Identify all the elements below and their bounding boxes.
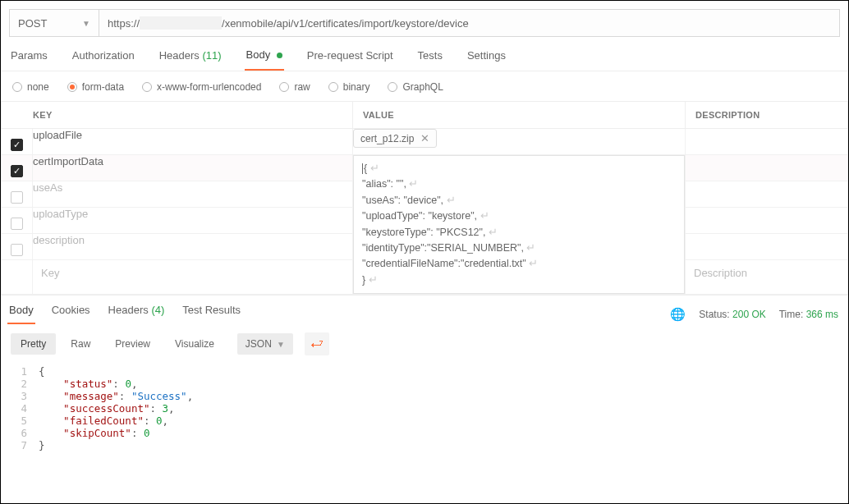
radio-icon xyxy=(12,82,22,92)
resp-tab-headers[interactable]: Headers (4) xyxy=(107,304,167,324)
body-type-binary-label: binary xyxy=(343,81,370,93)
tab-tests[interactable]: Tests xyxy=(416,49,444,70)
format-value: JSON xyxy=(246,338,272,350)
url-suffix: /xenmobile/api/v1/certificates/import/ke… xyxy=(222,17,469,30)
desc-cell[interactable] xyxy=(686,234,848,260)
response-header: Body Cookies Headers (4) Test Results 🌐 … xyxy=(1,295,848,324)
key-cell[interactable]: useAs xyxy=(33,181,353,208)
radio-icon xyxy=(142,82,152,92)
chevron-down-icon: ▼ xyxy=(82,19,90,28)
body-active-dot-icon xyxy=(277,53,282,58)
view-mode-row: Pretty Raw Preview Visualize JSON ▼ ⮐ xyxy=(1,324,848,364)
tab-headers-label: Headers xyxy=(159,49,200,62)
key-cell[interactable]: description xyxy=(33,234,353,260)
json-line: { xyxy=(364,163,367,174)
tab-params[interactable]: Params xyxy=(9,49,49,70)
view-preview[interactable]: Preview xyxy=(105,333,160,355)
row-checkbox[interactable] xyxy=(11,218,23,230)
url-redacted-host xyxy=(140,16,222,30)
row-checkbox[interactable]: ✓ xyxy=(11,139,23,151)
col-desc-header: DESCRIPTION xyxy=(686,102,848,129)
view-visualize[interactable]: Visualize xyxy=(165,333,224,355)
body-type-formdata-label: form-data xyxy=(82,81,124,93)
desc-cell[interactable] xyxy=(686,208,848,234)
row-checkbox[interactable] xyxy=(11,244,23,256)
json-line: "identityType":"SERIAL_NUMBER", xyxy=(362,242,524,254)
chevron-down-icon: ▼ xyxy=(277,340,285,349)
desc-cell[interactable] xyxy=(686,155,848,181)
code-line: 4 "successCount": 3, xyxy=(11,402,838,415)
file-name: cert_p12.zip xyxy=(360,133,414,144)
body-type-graphql[interactable]: GraphQL xyxy=(388,81,443,93)
url-prefix: https:// xyxy=(108,17,140,30)
body-type-formdata[interactable]: form-data xyxy=(67,81,124,93)
code-line: 6 "skipCount": 0 xyxy=(11,427,838,439)
tab-authorization[interactable]: Authorization xyxy=(71,49,136,70)
code-line: 1{ xyxy=(11,365,838,378)
col-value-header: VALUE xyxy=(353,102,686,129)
format-select[interactable]: JSON ▼ xyxy=(237,333,293,355)
desc-cell[interactable] xyxy=(686,181,848,208)
resp-tab-cookies[interactable]: Cookies xyxy=(50,304,92,324)
tab-headers[interactable]: Headers (11) xyxy=(158,49,223,70)
desc-cell[interactable] xyxy=(686,129,848,155)
json-line: } xyxy=(362,274,365,286)
body-type-raw[interactable]: raw xyxy=(279,81,310,93)
request-tabs: Params Authorization Headers (11) Body P… xyxy=(1,37,848,71)
value-cell[interactable]: cert_p12.zip ✕ xyxy=(353,129,686,155)
json-line: "alias": "", xyxy=(362,178,406,190)
url-input[interactable]: https:// /xenmobile/api/v1/certificates/… xyxy=(99,9,840,37)
wrap-lines-button[interactable]: ⮐ xyxy=(305,332,329,355)
resp-tab-body[interactable]: Body xyxy=(7,304,35,324)
col-key-header: KEY xyxy=(2,102,353,129)
radio-icon xyxy=(388,82,397,92)
close-icon[interactable]: ✕ xyxy=(420,132,429,144)
key-placeholder[interactable]: Key xyxy=(33,260,353,295)
form-data-table: KEY VALUE DESCRIPTION ✓ uploadFile cert_… xyxy=(1,101,848,295)
key-cell[interactable]: certImportData xyxy=(33,155,353,181)
code-line: 5 "failedCount": 0, xyxy=(11,415,838,427)
json-line: "keystoreType": "PKCS12", xyxy=(362,227,485,238)
globe-icon[interactable]: 🌐 xyxy=(670,307,686,322)
tab-settings[interactable]: Settings xyxy=(466,49,507,70)
resp-headers-count: (4) xyxy=(151,304,164,316)
body-type-row: none form-data x-www-form-urlencoded raw… xyxy=(1,71,848,101)
view-pretty[interactable]: Pretty xyxy=(11,333,56,355)
body-type-binary[interactable]: binary xyxy=(328,81,370,93)
radio-icon xyxy=(328,82,338,92)
response-body-code[interactable]: 1{2 "status": 0,3 "message": "Success",4… xyxy=(1,364,848,461)
key-cell[interactable]: uploadType xyxy=(33,208,353,234)
code-line: 3 "message": "Success", xyxy=(11,390,838,402)
body-type-none[interactable]: none xyxy=(12,81,49,93)
resp-headers-label: Headers xyxy=(108,304,149,316)
radio-icon xyxy=(279,82,289,92)
file-chip: cert_p12.zip ✕ xyxy=(353,129,437,148)
code-line: 2 "status": 0, xyxy=(11,378,838,390)
body-type-raw-label: raw xyxy=(294,81,310,93)
tab-headers-count: (11) xyxy=(202,49,221,62)
body-type-urlencoded-label: x-www-form-urlencoded xyxy=(157,81,261,93)
status-label: Status: xyxy=(699,309,729,320)
time-label: Time: xyxy=(779,309,804,320)
tab-prerequest[interactable]: Pre-request Script xyxy=(305,49,395,70)
status-value: 200 OK xyxy=(732,309,766,320)
wrap-icon: ⮐ xyxy=(310,337,324,351)
row-checkbox[interactable]: ✓ xyxy=(11,165,23,177)
tab-body-label: Body xyxy=(246,48,271,61)
body-type-urlencoded[interactable]: x-www-form-urlencoded xyxy=(142,81,261,93)
resp-tab-testresults[interactable]: Test Results xyxy=(181,304,242,324)
desc-placeholder[interactable]: Description xyxy=(686,260,848,295)
radio-icon xyxy=(67,82,77,92)
value-textarea[interactable]: { ↵ "alias": "", ↵ "useAs": "device", ↵ … xyxy=(353,155,685,294)
json-line: "useAs": "device", xyxy=(362,195,443,206)
row-checkbox[interactable] xyxy=(11,191,23,204)
body-type-graphql-label: GraphQL xyxy=(402,81,443,93)
table-row: ✓ certImportData { ↵ "alias": "", ↵ "use… xyxy=(2,155,848,181)
view-raw[interactable]: Raw xyxy=(61,333,100,355)
json-line: "uploadType": "keystore", xyxy=(362,210,477,222)
tab-body[interactable]: Body xyxy=(245,48,284,71)
http-method-select[interactable]: POST ▼ xyxy=(9,9,99,37)
key-cell[interactable]: uploadFile xyxy=(33,129,353,155)
http-method-value: POST xyxy=(18,17,47,30)
code-line: 7} xyxy=(11,439,838,451)
